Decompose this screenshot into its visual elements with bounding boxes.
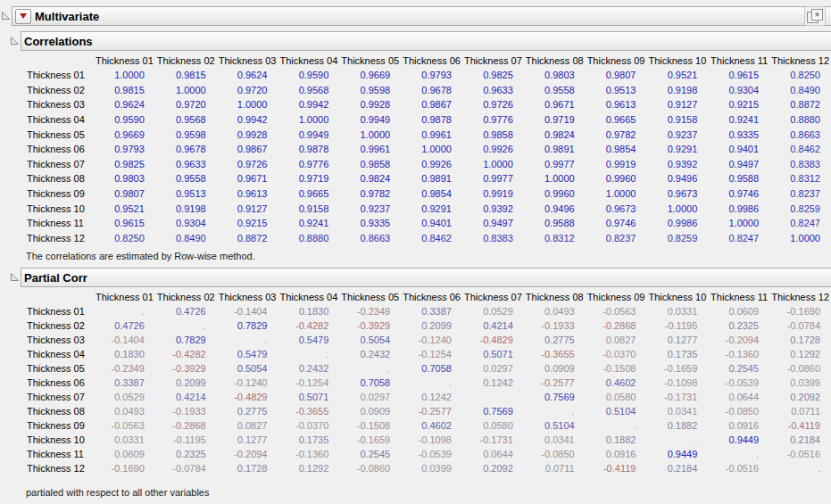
matrix-cell: 0.9496 [646,171,708,186]
matrix-cell: 0.3387 [94,376,155,390]
matrix-cell: 0.9726 [217,157,278,172]
matrix-cell: 0.9558 [524,83,586,98]
correlations-disclosure-icon[interactable] [9,31,21,45]
column-header: Thickness 07 [462,289,524,304]
matrix-cell: 0.9215 [217,216,278,231]
matrix-row: Thickness 020.4726.0.7829-0.4282-0.39290… [0,318,831,333]
matrix-row: Thickness 040.1830-0.42820.5479.0.2432-0… [0,347,831,361]
matrix-cell: 0.9719 [524,112,586,128]
column-header: Thickness 11 [708,289,769,304]
matrix-row: Thickness 03-0.14040.7829.0.54790.5054-0… [0,333,831,347]
column-header: Thickness 04 [278,53,339,68]
matrix-cell: 0.9237 [339,201,401,216]
matrix-cell: 0.9568 [155,112,217,128]
matrix-cell: 0.8247 [769,216,831,231]
matrix-cell: 0.2545 [339,447,401,461]
red-triangle-menu-button[interactable] [15,9,31,24]
matrix-cell: 0.9949 [339,112,401,128]
matrix-cell: 0.1292 [278,461,339,475]
matrix-cell: 0.9807 [586,68,647,83]
disclosure-triangle-icon[interactable] [0,6,12,21]
column-header: Thickness 08 [524,289,586,304]
matrix-cell: 0.0644 [708,390,769,404]
matrix-cell: 0.1728 [769,333,831,347]
matrix-cell: 0.9497 [708,157,769,172]
matrix-cell: 0.4602 [586,376,647,390]
matrix-cell: -0.1731 [646,390,708,404]
matrix-cell: 0.9854 [586,142,647,157]
window-star-button[interactable]: ★ [804,6,826,26]
matrix-cell: -0.2577 [401,404,462,418]
matrix-cell: 0.5479 [278,333,339,347]
matrix-cell: 0.0331 [94,433,155,447]
correlations-table: Thickness 01Thickness 02Thickness 03Thic… [0,53,831,245]
matrix-cell: 0.9497 [462,216,524,231]
matrix-cell: -0.2868 [586,318,647,333]
correlations-header-bar: Correlations [21,31,831,51]
matrix-cell: 0.2432 [339,347,401,361]
matrix-cell: 0.0399 [769,376,831,390]
matrix-cell: 0.8872 [769,97,831,112]
matrix-row: Thickness 090.98070.95130.96130.96650.97… [0,186,831,202]
matrix-cell: 0.7058 [339,376,401,390]
matrix-cell: 0.7829 [217,318,278,333]
matrix-cell: . [708,447,769,461]
matrix-cell: 1.0000 [524,171,586,186]
matrix-cell: 0.9942 [217,112,278,128]
correlations-title: Correlations [24,35,93,48]
column-header: Thickness 03 [217,289,278,304]
matrix-cell: 0.9401 [708,142,769,157]
matrix-cell: 0.1830 [94,347,155,361]
row-label: Thickness 03 [0,97,94,112]
matrix-cell: 0.0916 [708,418,769,433]
matrix-cell: 0.4214 [462,318,524,333]
matrix-cell: 0.9401 [401,216,462,231]
matrix-cell: 1.0000 [586,186,647,202]
matrix-cell: 0.5071 [278,390,339,404]
column-header: Thickness 02 [155,53,217,68]
matrix-cell: -0.1098 [646,376,708,390]
matrix-row: Thickness 060.33870.2099-0.1240-0.12540.… [0,376,831,390]
matrix-cell: 0.4726 [94,318,155,333]
matrix-cell: 0.2545 [708,361,769,376]
matrix-cell: 0.9127 [217,201,278,216]
matrix-cell: -0.1254 [401,347,462,361]
matrix-cell: 0.0580 [462,418,524,433]
matrix-cell: 0.5071 [462,347,524,361]
matrix-cell: -0.1659 [339,433,401,447]
matrix-cell: -0.2094 [217,447,278,461]
matrix-cell: 0.9961 [339,142,401,157]
matrix-cell: 0.1242 [401,390,462,404]
matrix-cell: 0.9825 [94,157,155,172]
matrix-cell: 0.3387 [401,304,462,318]
matrix-cell: -0.1508 [586,361,647,376]
correlations-body: Thickness 01Thickness 02Thickness 03Thic… [0,53,831,261]
matrix-cell: 0.9854 [401,186,462,202]
matrix-cell: -0.1659 [646,361,708,376]
matrix-cell: 0.8383 [462,231,524,246]
matrix-cell: 0.9867 [217,142,278,157]
matrix-cell: 0.9521 [94,201,155,216]
matrix-cell: 0.1292 [769,347,831,361]
matrix-cell: 0.9825 [462,68,524,83]
matrix-cell: 0.9986 [708,201,769,216]
matrix-cell: 0.4214 [155,390,217,404]
matrix-cell: . [462,390,524,404]
matrix-cell: 0.1735 [646,347,708,361]
matrix-cell: 0.9198 [646,83,708,98]
matrix-cell: -0.1195 [646,318,708,333]
column-header: Thickness 03 [217,53,278,68]
matrix-cell: 0.9613 [586,97,647,112]
row-label: Thickness 07 [0,157,94,172]
matrix-cell: 0.9335 [339,216,401,231]
matrix-cell: -0.4119 [769,418,831,433]
matrix-cell: 0.9590 [94,112,155,128]
row-label: Thickness 06 [0,142,94,157]
partial-corr-disclosure-icon[interactable] [9,268,21,282]
matrix-cell: 0.9392 [646,157,708,172]
matrix-cell: 0.9588 [524,216,586,231]
matrix-row: Thickness 030.96240.97201.00000.99420.99… [0,97,831,112]
open-disclosure-icon [10,36,20,45]
matrix-cell: 0.0493 [94,404,155,418]
matrix-cell: 0.9878 [278,142,339,157]
